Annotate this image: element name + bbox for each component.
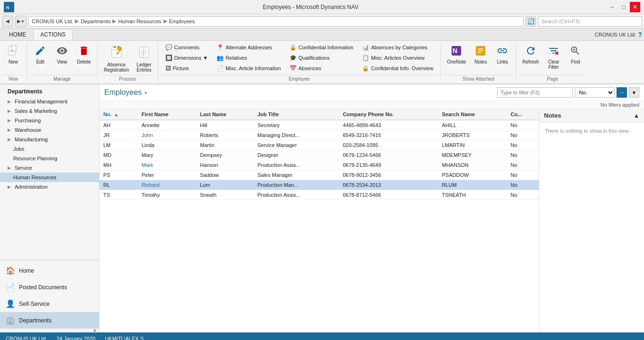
sidebar-bottom-posted-docs[interactable]: 📄 Posted Documents xyxy=(0,279,99,295)
dimensions-button[interactable]: 🔲Dimensions ▼ xyxy=(163,53,210,63)
sidebar-item-jobs[interactable]: Jobs xyxy=(0,144,99,154)
status-user: UKMITL\ALEX.S xyxy=(105,336,144,340)
cell-firstName: Linda xyxy=(138,140,196,150)
employee-col-4: 📊Absences by Categories 📋Misc. Articles … xyxy=(358,43,437,73)
find-button[interactable]: Find xyxy=(565,43,586,67)
misc-articles-overview-button[interactable]: 📋Misc. Articles Overview xyxy=(360,53,435,63)
cell-no: TS xyxy=(100,190,138,200)
path-hr[interactable]: Human Resources xyxy=(118,18,161,24)
path-employees[interactable]: Employees xyxy=(169,18,195,24)
sidebar-item-administration[interactable]: ▶Administration xyxy=(0,182,99,192)
sidebar-bottom-self-service[interactable]: 👤 Self-Service xyxy=(0,295,99,312)
forward-button[interactable]: ▶▼ xyxy=(15,16,27,27)
picture-button[interactable]: 🖼Picture xyxy=(163,64,210,73)
col-header-phone[interactable]: Company Phone No. xyxy=(339,109,438,120)
ledger-entries-button[interactable]: LedgerEntries xyxy=(133,43,154,75)
sidebar-item-departments[interactable]: Departments xyxy=(0,84,99,97)
comments-button[interactable]: 💬Comments xyxy=(163,43,210,52)
edit-label: Edit xyxy=(36,59,44,64)
col-header-no[interactable]: No. ▲ xyxy=(100,109,138,120)
cell-firstName: Peter xyxy=(138,170,196,180)
maximize-button[interactable]: □ xyxy=(618,2,629,12)
cell-firstName: John xyxy=(138,130,196,140)
sidebar-item-financial[interactable]: ▶Financial Management xyxy=(0,97,99,106)
table-row[interactable]: PSPeterSaddowSales Manager0678-9012-3456… xyxy=(100,170,539,180)
help-button[interactable]: ? xyxy=(638,31,642,38)
delete-button[interactable]: Delete xyxy=(73,43,94,67)
table-row[interactable]: MHMarkHansonProduction Assis...0678-2135… xyxy=(100,160,539,170)
col-header-searchname[interactable]: Search Name xyxy=(438,109,507,120)
notes-ribbon-button[interactable]: Notes xyxy=(470,43,491,67)
notes-label: Notes xyxy=(474,59,487,64)
onenote-button[interactable]: N OneNote xyxy=(444,43,469,67)
tab-actions[interactable]: ACTIONS xyxy=(33,29,73,40)
sidebar-item-warehouse[interactable]: ▶Warehouse xyxy=(0,125,99,135)
sidebar-item-manufacturing[interactable]: ▶Manufacturing xyxy=(0,135,99,144)
filter-expand-button[interactable]: ▼ xyxy=(629,87,639,98)
cell-searchName: PSADDOW xyxy=(438,170,507,180)
delete-label: Delete xyxy=(77,59,91,64)
sidebar-item-human-resources[interactable]: Human Resources xyxy=(0,173,99,182)
app-logo: N xyxy=(4,2,14,12)
edit-button[interactable]: Edit xyxy=(30,43,51,67)
home-label: Home xyxy=(19,267,34,274)
status-company: CRONUS UK Ltd. xyxy=(6,336,47,340)
filter-go-button[interactable]: → xyxy=(617,87,627,98)
table-area: No. ▲ First Name Last Name Job Title Com… xyxy=(100,109,644,332)
find-label: Find xyxy=(571,59,580,64)
sidebar-bottom: 🏠 Home 📄 Posted Documents 👤 Self-Service… xyxy=(0,260,99,332)
search-box[interactable]: Search (Ctrl+F3) xyxy=(538,16,642,27)
cell-firstName: Annette xyxy=(138,120,196,130)
minimize-button[interactable]: − xyxy=(607,2,617,12)
col-header-jobtitle[interactable]: Job Title xyxy=(254,109,339,120)
back-button[interactable]: ◀ xyxy=(2,16,13,27)
clear-filter-button[interactable]: ClearFilter xyxy=(543,43,564,72)
cell-firstName: Richard xyxy=(138,180,196,190)
table-row[interactable]: JRJohnRobertsManaging Direct...6549-3216… xyxy=(100,130,539,140)
table-row[interactable]: LMLindaMartinService Manager020-2584-109… xyxy=(100,140,539,150)
path-departments[interactable]: Departments xyxy=(81,18,110,24)
sidebar-item-service[interactable]: ▶Service xyxy=(0,163,99,173)
misc-article-info-button[interactable]: 📄Misc. Article Information xyxy=(214,64,283,73)
absences-by-categories-button[interactable]: 📊Absences by Categories xyxy=(360,43,435,52)
cell-searchName: MHANSON xyxy=(438,160,507,170)
sidebar-bottom-departments[interactable]: 🏢 Departments xyxy=(0,312,99,329)
absences-button[interactable]: 📅Absences xyxy=(287,64,356,73)
absence-registration-button[interactable]: ! AbsenceRegistration xyxy=(100,43,132,75)
table-row[interactable]: AHAnnetteHillSecretary4465-4899-4643AHIL… xyxy=(100,120,539,130)
employee-col-1: 💬Comments 🔲Dimensions ▼ 🖼Picture xyxy=(161,43,212,73)
view-button[interactable]: View xyxy=(52,43,73,67)
alternate-addresses-button[interactable]: 📍Alternate Addresses xyxy=(214,43,283,52)
svg-text:N: N xyxy=(453,47,457,55)
path-company[interactable]: CRONUS UK Ltd. xyxy=(32,18,73,24)
new-button[interactable]: New xyxy=(3,43,24,67)
table-row[interactable]: MDMaryDempseyDesigner0678-1234-5466MDEMP… xyxy=(100,150,539,160)
confidential-info-button[interactable]: 🔒Confidential Information xyxy=(287,43,356,52)
filter-field-select[interactable]: No. First Name Last Name xyxy=(575,87,615,98)
qualifications-button[interactable]: 🎓Qualifications xyxy=(287,53,356,63)
links-button[interactable]: Links xyxy=(492,43,513,67)
refresh-button[interactable]: Refresh xyxy=(519,43,542,67)
col-header-firstname[interactable]: First Name xyxy=(138,109,196,120)
sidebar-item-purchasing[interactable]: ▶Purchasing xyxy=(0,116,99,125)
tab-home[interactable]: HOME xyxy=(2,29,33,40)
relatives-button[interactable]: 👥Relatives xyxy=(214,53,283,63)
filter-input[interactable] xyxy=(497,87,573,98)
close-button[interactable]: ✕ xyxy=(630,2,640,12)
table-row[interactable]: RLRichardLumProduction Man...0678-2534-2… xyxy=(100,180,539,190)
sidebar-collapse-button[interactable]: ▲ xyxy=(0,329,99,331)
notes-collapse-button[interactable]: ▲ xyxy=(634,112,639,119)
col-header-lastname[interactable]: Last Name xyxy=(196,109,254,120)
confidential-info-overview-button[interactable]: 🔒Confidential Info. Overview xyxy=(360,64,435,73)
page-group-label: Page xyxy=(519,75,586,82)
table-row[interactable]: TSTimothySneathProduction Assis...0678-8… xyxy=(100,190,539,200)
address-refresh-button[interactable]: 🔄 xyxy=(526,16,536,27)
page-title-dropdown[interactable]: ▾ xyxy=(145,90,147,95)
sidebar-bottom-home[interactable]: 🏠 Home xyxy=(0,262,99,279)
links-label: Links xyxy=(497,59,508,64)
sidebar-item-resource-planning[interactable]: Resource Planning xyxy=(0,154,99,163)
company-name-display: CRONUS UK Ltd. ? xyxy=(595,31,642,38)
sidebar-item-sales[interactable]: ▶Sales & Marketing xyxy=(0,106,99,116)
col-header-co[interactable]: Co... xyxy=(507,109,539,120)
employee-group-label: Employee xyxy=(161,75,438,82)
